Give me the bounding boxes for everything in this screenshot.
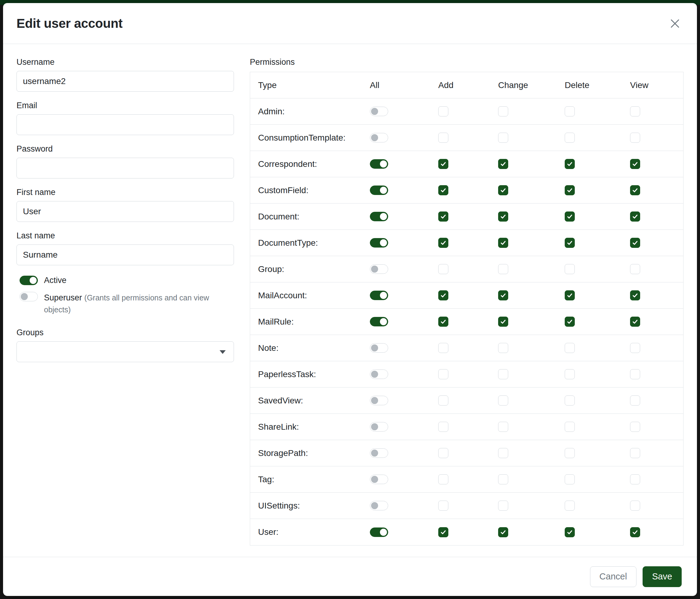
permission-delete-checkbox[interactable] [565,212,575,221]
permission-view-checkbox[interactable] [630,133,640,143]
permission-add-checkbox[interactable] [438,527,448,537]
permission-view-checkbox[interactable] [630,369,640,379]
permission-all-toggle[interactable] [370,396,388,405]
permission-view-checkbox[interactable] [630,264,640,274]
permission-view-checkbox[interactable] [630,317,640,327]
permission-all-toggle[interactable] [370,475,388,484]
permission-all-toggle[interactable] [370,186,388,195]
username-input[interactable] [17,71,234,92]
permission-change-checkbox[interactable] [498,448,508,458]
permission-change-checkbox[interactable] [498,527,508,537]
email-input[interactable] [17,114,234,135]
permission-change-checkbox[interactable] [498,185,508,195]
permission-view-checkbox[interactable] [630,238,640,248]
permission-add-checkbox[interactable] [438,185,448,195]
permission-change-checkbox[interactable] [498,106,508,116]
last-name-input[interactable] [17,244,234,265]
password-input[interactable] [17,158,234,178]
permission-add-checkbox[interactable] [438,343,448,353]
permission-delete-checkbox[interactable] [565,422,575,432]
permission-change-checkbox[interactable] [498,422,508,432]
permission-add-checkbox[interactable] [438,422,448,432]
permission-delete-checkbox[interactable] [565,343,575,353]
permission-view-checkbox[interactable] [630,527,640,537]
permission-delete-checkbox[interactable] [565,264,575,274]
permission-add-checkbox[interactable] [438,238,448,248]
groups-select[interactable] [17,341,234,362]
permission-add-checkbox[interactable] [438,474,448,484]
permission-delete-checkbox[interactable] [565,396,575,406]
permission-all-toggle[interactable] [370,527,388,537]
permission-delete-checkbox[interactable] [565,527,575,537]
permission-all-toggle[interactable] [370,317,388,327]
permission-add-checkbox[interactable] [438,317,448,327]
permission-all-toggle[interactable] [370,448,388,458]
permission-change-checkbox[interactable] [498,317,508,327]
permission-view-checkbox[interactable] [630,185,640,195]
permission-change-checkbox[interactable] [498,501,508,511]
toggle-knob [380,239,387,246]
permission-view-checkbox[interactable] [630,474,640,484]
permission-view-checkbox[interactable] [630,396,640,406]
permission-delete-checkbox[interactable] [565,474,575,484]
permission-all-toggle[interactable] [370,343,388,353]
permission-view-checkbox[interactable] [630,343,640,353]
permission-delete-checkbox[interactable] [565,448,575,458]
permission-view-cell [630,290,683,301]
permission-change-checkbox[interactable] [498,238,508,248]
permission-all-toggle[interactable] [370,107,388,116]
permission-delete-checkbox[interactable] [565,317,575,327]
permission-view-checkbox[interactable] [630,422,640,432]
permission-all-toggle[interactable] [370,369,388,379]
permission-change-checkbox[interactable] [498,264,508,274]
permission-all-toggle[interactable] [370,264,388,274]
permission-change-checkbox[interactable] [498,396,508,406]
permission-change-checkbox[interactable] [498,290,508,301]
permission-view-checkbox[interactable] [630,448,640,458]
permission-add-checkbox[interactable] [438,212,448,221]
permission-view-checkbox[interactable] [630,501,640,511]
permission-all-toggle[interactable] [370,159,388,169]
permission-row: StoragePath: [250,440,683,466]
permission-delete-checkbox[interactable] [565,290,575,301]
permission-delete-checkbox[interactable] [565,106,575,116]
permission-delete-checkbox[interactable] [565,501,575,511]
permission-add-checkbox[interactable] [438,369,448,379]
permission-add-checkbox[interactable] [438,106,448,116]
permission-delete-checkbox[interactable] [565,133,575,143]
permission-change-checkbox[interactable] [498,159,508,169]
permission-all-toggle[interactable] [370,212,388,221]
permission-delete-checkbox[interactable] [565,185,575,195]
permission-add-checkbox[interactable] [438,396,448,406]
permission-change-checkbox[interactable] [498,343,508,353]
permission-view-checkbox[interactable] [630,106,640,116]
permission-add-checkbox[interactable] [438,501,448,511]
permission-change-checkbox[interactable] [498,474,508,484]
permission-add-checkbox[interactable] [438,264,448,274]
permission-view-checkbox[interactable] [630,212,640,221]
permission-change-checkbox[interactable] [498,133,508,143]
save-button[interactable]: Save [643,566,682,587]
permission-view-checkbox[interactable] [630,159,640,169]
cancel-button[interactable]: Cancel [590,566,636,587]
permission-change-checkbox[interactable] [498,369,508,379]
permission-all-toggle[interactable] [370,422,388,432]
permission-delete-cell [565,133,630,143]
permission-delete-checkbox[interactable] [565,159,575,169]
permission-delete-checkbox[interactable] [565,369,575,379]
permission-add-checkbox[interactable] [438,448,448,458]
permission-all-toggle[interactable] [370,291,388,300]
permission-add-checkbox[interactable] [438,133,448,143]
close-button[interactable] [667,15,683,32]
permission-add-checkbox[interactable] [438,290,448,301]
active-toggle[interactable] [20,275,38,285]
superuser-toggle[interactable] [20,292,38,301]
permission-all-toggle[interactable] [370,133,388,142]
permission-delete-checkbox[interactable] [565,238,575,248]
permission-all-toggle[interactable] [370,501,388,510]
permission-change-checkbox[interactable] [498,212,508,221]
permission-view-checkbox[interactable] [630,290,640,301]
permission-all-toggle[interactable] [370,238,388,247]
first-name-input[interactable] [17,201,234,222]
permission-add-checkbox[interactable] [438,159,448,169]
